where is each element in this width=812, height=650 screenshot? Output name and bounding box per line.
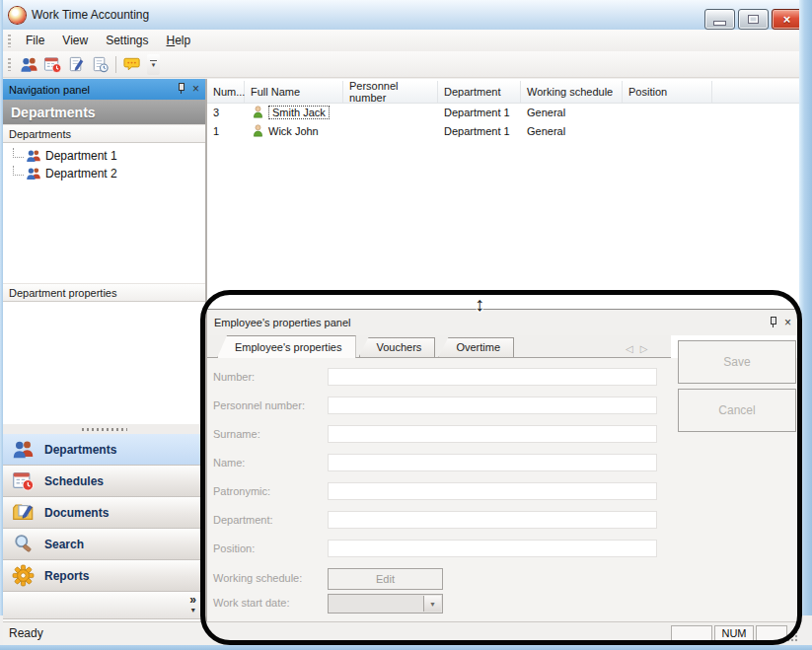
status-bar: Ready NUM bbox=[3, 621, 799, 646]
tree-item-label: Department 2 bbox=[45, 167, 117, 181]
menu-view[interactable]: View bbox=[53, 31, 97, 50]
cell-full-name: Wick John bbox=[245, 121, 343, 140]
document-clock-icon bbox=[91, 55, 110, 74]
sidebar-item-schedules[interactable]: Schedules bbox=[3, 466, 205, 497]
menu-bar: File View Settings Help bbox=[3, 30, 799, 51]
department-field[interactable] bbox=[328, 511, 657, 529]
title-bar: Work Time Accounting × bbox=[0, 0, 812, 31]
number-field[interactable] bbox=[328, 368, 657, 386]
sidebar-item-search[interactable]: Search bbox=[3, 529, 205, 560]
column-header-filler bbox=[712, 81, 799, 103]
people-icon bbox=[12, 438, 35, 461]
navigation-panel: Navigation panel × Departments Departmen… bbox=[3, 79, 207, 621]
tab-strip: Employee's properties Vouchers Overtime bbox=[207, 335, 671, 358]
cell-position bbox=[623, 103, 712, 121]
magnifier-icon bbox=[12, 533, 35, 555]
sidebar-item-documents[interactable]: Documents bbox=[3, 497, 205, 529]
window-frame-right bbox=[799, 0, 812, 615]
panel-splitter[interactable] bbox=[3, 424, 205, 434]
patronymic-field[interactable] bbox=[328, 482, 657, 500]
sidebar-item-label: Departments bbox=[44, 443, 116, 457]
close-panel-icon[interactable]: × bbox=[784, 318, 791, 327]
toolbar: ▾ bbox=[3, 51, 799, 78]
menu-settings[interactable]: Settings bbox=[97, 31, 157, 50]
window-frame-left bbox=[0, 0, 3, 615]
column-header-full-name[interactable]: Full Name bbox=[245, 81, 343, 103]
cell-personnel bbox=[343, 103, 438, 121]
tree-item-label: Department 1 bbox=[45, 149, 117, 163]
navigation-panel-title: Navigation panel bbox=[9, 84, 90, 96]
menu-grip bbox=[8, 35, 11, 47]
maximize-button[interactable] bbox=[738, 9, 769, 30]
document-pen-icon bbox=[67, 55, 86, 74]
tab-scroll-left-icon[interactable]: ◁ bbox=[626, 343, 633, 354]
toolbar-overflow-button[interactable]: ▾ bbox=[147, 54, 160, 75]
close-panel-icon[interactable]: × bbox=[192, 84, 199, 94]
tab-overtime[interactable]: Overtime bbox=[438, 337, 514, 357]
departments-toolbar-button[interactable] bbox=[17, 53, 40, 75]
gear-icon bbox=[12, 564, 35, 587]
splitter-dots-icon bbox=[82, 428, 127, 431]
tab-vouchers[interactable]: Vouchers bbox=[359, 337, 436, 357]
employee-properties-panel-title: Employee's properties panel bbox=[214, 317, 350, 328]
navigation-panel-header: Navigation panel × bbox=[3, 79, 205, 100]
sidebar-item-label: Documents bbox=[44, 506, 109, 520]
employee-properties-panel-header: Employee's properties panel × bbox=[207, 310, 799, 335]
number-label: Number: bbox=[213, 371, 255, 383]
personnel-number-label: Personnel number: bbox=[213, 399, 305, 411]
sidebar-nav: Departments Schedules Documents Search R… bbox=[3, 434, 205, 592]
personnel-number-field[interactable] bbox=[328, 397, 657, 414]
app-clock-icon bbox=[9, 7, 26, 24]
minimize-button[interactable] bbox=[704, 9, 735, 30]
search-toolbar-button[interactable] bbox=[88, 53, 111, 75]
column-header-num[interactable]: Num... bbox=[207, 81, 245, 103]
sidebar-configure-button[interactable]: » ▾ bbox=[189, 594, 196, 614]
cell-num: 1 bbox=[207, 121, 245, 140]
cell-schedule: General bbox=[521, 121, 623, 140]
close-icon: × bbox=[783, 13, 791, 26]
chat-bubble-icon bbox=[123, 55, 142, 74]
table-row[interactable]: 3 Smith Jack Department 1 General bbox=[207, 103, 799, 121]
position-field[interactable] bbox=[328, 540, 657, 557]
tree-item-department-2[interactable]: Department 2 bbox=[3, 165, 205, 182]
column-header-personnel-number[interactable]: Personnel number bbox=[343, 81, 438, 103]
cancel-button[interactable]: Cancel bbox=[678, 389, 796, 432]
sidebar-item-departments[interactable]: Departments bbox=[3, 434, 205, 466]
save-button[interactable]: Save bbox=[678, 340, 796, 384]
documents-toolbar-button[interactable] bbox=[64, 53, 88, 75]
tab-scroll-right-icon[interactable]: ▷ bbox=[640, 343, 648, 354]
tree-connector bbox=[13, 148, 24, 158]
tree-item-department-1[interactable]: Department 1 bbox=[3, 147, 205, 165]
maximize-icon bbox=[748, 15, 759, 24]
people-icon bbox=[26, 148, 41, 164]
schedules-toolbar-button[interactable] bbox=[40, 53, 64, 75]
pin-icon[interactable] bbox=[177, 83, 185, 94]
tab-employee-properties[interactable]: Employee's properties bbox=[217, 335, 356, 358]
column-header-position[interactable]: Position bbox=[623, 81, 712, 103]
name-field[interactable] bbox=[328, 454, 657, 471]
pin-icon[interactable] bbox=[769, 317, 777, 327]
menu-help[interactable]: Help bbox=[158, 31, 200, 50]
work-start-date-combo[interactable]: ▼ bbox=[328, 594, 443, 614]
calendar-clock-icon bbox=[12, 469, 35, 492]
edit-working-schedule-button[interactable]: Edit bbox=[328, 568, 443, 590]
window-resize-grip[interactable] bbox=[786, 629, 799, 642]
minimize-icon bbox=[713, 21, 726, 26]
position-label: Position: bbox=[213, 542, 255, 554]
column-header-department[interactable]: Department bbox=[438, 81, 521, 103]
table-row[interactable]: 1 Wick John Department 1 General bbox=[207, 121, 799, 140]
departments-tree: Department 1 Department 2 bbox=[3, 143, 205, 283]
employee-icon bbox=[251, 105, 265, 119]
arrow-down-icon: ▾ bbox=[191, 607, 195, 614]
close-button[interactable]: × bbox=[772, 9, 802, 30]
departments-section-header: Departments bbox=[3, 100, 205, 124]
sidebar-item-reports[interactable]: Reports bbox=[3, 560, 205, 592]
tab-label: Vouchers bbox=[377, 341, 422, 353]
help-toolbar-button[interactable] bbox=[120, 53, 144, 75]
surname-field[interactable] bbox=[328, 425, 657, 443]
column-header-working-schedule[interactable]: Working schedule bbox=[521, 81, 623, 103]
calendar-clock-icon bbox=[43, 55, 62, 74]
dropdown-arrow-icon[interactable]: ▼ bbox=[423, 596, 441, 612]
menu-file[interactable]: File bbox=[17, 31, 53, 50]
cell-schedule: General bbox=[521, 103, 623, 121]
